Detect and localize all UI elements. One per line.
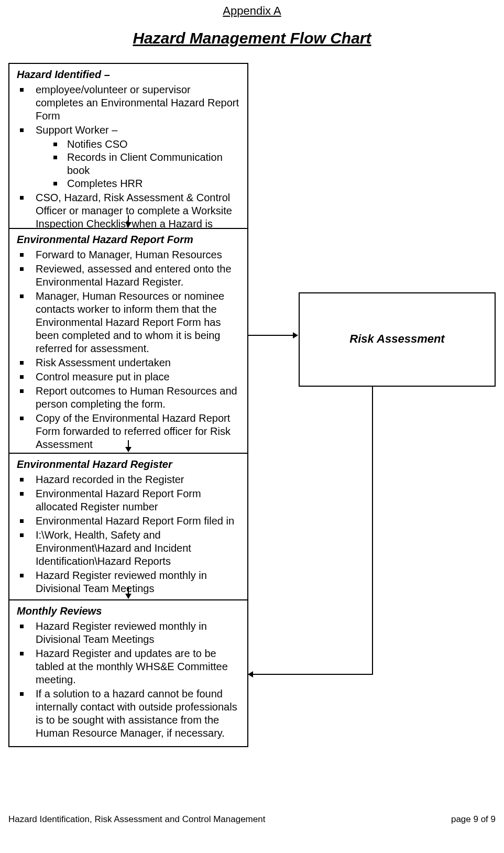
arrow-down-icon xyxy=(128,440,129,452)
list-item: Forward to Manager, Human Resources xyxy=(17,248,240,261)
box-title: Environmental Hazard Register xyxy=(17,458,240,471)
appendix-label: Appendix A xyxy=(8,4,496,18)
bullet-list: Hazard Register reviewed monthly in Divi… xyxy=(17,620,240,740)
list-item: I:\Work, Health, Safety and Environment\… xyxy=(17,529,240,568)
bullet-list: Forward to Manager, Human Resources Revi… xyxy=(17,248,240,451)
arrow-left-icon xyxy=(248,674,373,675)
list-item: If a solution to a hazard cannot be foun… xyxy=(17,687,240,740)
list-item: Hazard Register reviewed monthly in Divi… xyxy=(17,620,240,646)
list-item: Hazard Register and updates are to be ta… xyxy=(17,647,240,686)
bullet-list: Hazard recorded in the Register Environm… xyxy=(17,473,240,595)
list-item: Environmental Hazard Report Form filed i… xyxy=(17,515,240,528)
arrow-down-icon xyxy=(128,215,129,227)
list-item: employee/volunteer or supervisor complet… xyxy=(17,83,240,123)
box-title: Risk Assessment xyxy=(349,332,444,346)
box-risk-assessment: Risk Assessment xyxy=(299,292,496,387)
box-title: Monthly Reviews xyxy=(17,605,240,618)
box-title: Environmental Hazard Report Form xyxy=(17,233,240,246)
connector-line xyxy=(372,387,373,675)
page-title: Hazard Management Flow Chart xyxy=(8,29,496,47)
page-footer: Hazard Identification, Risk Assessment a… xyxy=(8,814,496,825)
box-ehr: Environmental Hazard Register Hazard rec… xyxy=(8,453,248,603)
list-item: Report outcomes to Human Resources and p… xyxy=(17,385,240,411)
list-item: Control measure put in place xyxy=(17,370,240,384)
arrow-down-icon xyxy=(128,587,129,598)
box-title: Hazard Identified – xyxy=(17,68,240,81)
footer-left: Hazard Identification, Risk Assessment a… xyxy=(8,814,265,825)
document-page: Appendix A Hazard Management Flow Chart … xyxy=(0,0,504,853)
box-ehrf: Environmental Hazard Report Form Forward… xyxy=(8,228,248,458)
list-item: Records in Client Communication book xyxy=(36,151,240,177)
list-item: Risk Assessment undertaken xyxy=(17,356,240,369)
list-item: Completes HRR xyxy=(36,177,240,190)
box-monthly-reviews: Monthly Reviews Hazard Register reviewed… xyxy=(8,599,248,747)
list-item: Hazard recorded in the Register xyxy=(17,473,240,486)
flowchart-canvas: Hazard Identified – employee/volunteer o… xyxy=(8,63,496,786)
list-item-text: Support Worker – xyxy=(36,124,117,136)
sub-bullet-list: Notifies CSO Records in Client Communica… xyxy=(36,138,240,190)
list-item: Notifies CSO xyxy=(36,138,240,151)
list-item: Support Worker – Notifies CSO Records in… xyxy=(17,124,240,190)
arrow-right-icon xyxy=(248,335,298,336)
footer-right: page 9 of 9 xyxy=(451,814,496,825)
list-item: Environmental Hazard Report Form allocat… xyxy=(17,487,240,513)
list-item: Reviewed, assessed and entered onto the … xyxy=(17,263,240,289)
list-item: Manager, Human Resources or nominee cont… xyxy=(17,290,240,355)
